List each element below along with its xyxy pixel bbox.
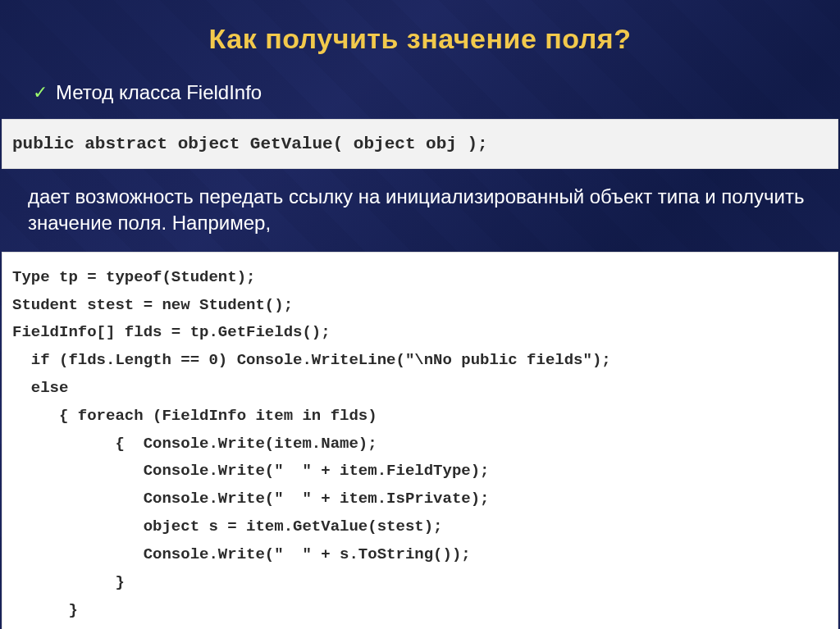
- check-icon: ✓: [33, 84, 48, 102]
- slide: Как получить значение поля? ✓ Метод клас…: [0, 0, 840, 629]
- bullet-text: Метод класса FieldInfo: [56, 81, 262, 104]
- slide-title: Как получить значение поля?: [0, 0, 840, 81]
- method-signature-code: public abstract object GetValue( object …: [2, 119, 838, 169]
- bullet-row: ✓ Метод класса FieldInfo: [0, 81, 840, 104]
- example-code-block: Type tp = typeof(Student); Student stest…: [2, 252, 838, 629]
- description-text: дает возможность передать ссылку на иниц…: [0, 184, 840, 252]
